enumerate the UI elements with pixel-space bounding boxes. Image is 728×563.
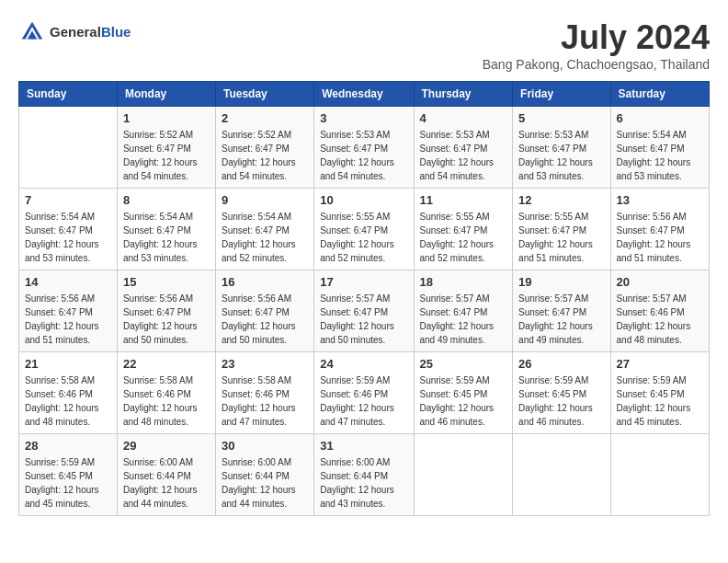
- day-number: 30: [222, 439, 308, 453]
- day-info: Sunrise: 5:54 AM Sunset: 6:47 PM Dayligh…: [25, 210, 111, 265]
- calendar-cell: 12Sunrise: 5:55 AM Sunset: 6:47 PM Dayli…: [513, 189, 610, 270]
- calendar-cell: 23Sunrise: 5:58 AM Sunset: 6:46 PM Dayli…: [215, 352, 313, 434]
- day-info: Sunrise: 5:57 AM Sunset: 6:47 PM Dayligh…: [420, 292, 507, 347]
- day-number: 7: [25, 193, 111, 207]
- calendar-cell: 1Sunrise: 5:52 AM Sunset: 6:47 PM Daylig…: [117, 107, 215, 189]
- day-info: Sunrise: 6:00 AM Sunset: 6:44 PM Dayligh…: [222, 455, 308, 511]
- day-info: Sunrise: 5:59 AM Sunset: 6:45 PM Dayligh…: [25, 455, 111, 511]
- day-number: 25: [420, 357, 507, 371]
- day-number: 21: [25, 357, 111, 371]
- calendar-week-row: 14Sunrise: 5:56 AM Sunset: 6:47 PM Dayli…: [19, 270, 710, 352]
- day-info: Sunrise: 5:59 AM Sunset: 6:45 PM Dayligh…: [617, 373, 703, 429]
- calendar-cell: 11Sunrise: 5:55 AM Sunset: 6:47 PM Dayli…: [414, 189, 513, 270]
- calendar-cell: [513, 434, 610, 516]
- day-number: 18: [420, 275, 507, 289]
- calendar-cell: 31Sunrise: 6:00 AM Sunset: 6:44 PM Dayli…: [314, 434, 414, 516]
- day-info: Sunrise: 5:52 AM Sunset: 6:47 PM Dayligh…: [123, 128, 210, 183]
- day-number: 16: [222, 275, 308, 289]
- day-number: 2: [222, 111, 308, 125]
- header-day-monday: Monday: [117, 82, 215, 107]
- day-number: 9: [222, 193, 308, 207]
- header-day-wednesday: Wednesday: [314, 82, 414, 107]
- logo-icon: [18, 18, 46, 46]
- day-number: 17: [320, 275, 407, 289]
- day-number: 4: [420, 111, 507, 125]
- calendar-cell: 30Sunrise: 6:00 AM Sunset: 6:44 PM Dayli…: [215, 434, 313, 516]
- calendar-body: 1Sunrise: 5:52 AM Sunset: 6:47 PM Daylig…: [19, 107, 710, 516]
- location-subtitle: Bang Pakong, Chachoengsao, Thailand: [483, 57, 710, 72]
- calendar-cell: 16Sunrise: 5:56 AM Sunset: 6:47 PM Dayli…: [215, 270, 313, 352]
- day-info: Sunrise: 5:57 AM Sunset: 6:46 PM Dayligh…: [617, 292, 703, 347]
- calendar-week-row: 7Sunrise: 5:54 AM Sunset: 6:47 PM Daylig…: [19, 189, 710, 270]
- day-number: 13: [617, 193, 703, 207]
- calendar-week-row: 1Sunrise: 5:52 AM Sunset: 6:47 PM Daylig…: [19, 107, 710, 189]
- day-number: 5: [518, 111, 604, 125]
- day-number: 6: [617, 111, 703, 125]
- calendar-cell: 5Sunrise: 5:53 AM Sunset: 6:47 PM Daylig…: [513, 107, 610, 189]
- calendar-cell: 8Sunrise: 5:54 AM Sunset: 6:47 PM Daylig…: [117, 189, 215, 270]
- day-info: Sunrise: 5:53 AM Sunset: 6:47 PM Dayligh…: [320, 128, 407, 183]
- calendar-cell: 26Sunrise: 5:59 AM Sunset: 6:45 PM Dayli…: [513, 352, 610, 434]
- day-number: 14: [25, 275, 111, 289]
- calendar-cell: 19Sunrise: 5:57 AM Sunset: 6:47 PM Dayli…: [513, 270, 610, 352]
- day-number: 10: [320, 193, 407, 207]
- day-number: 20: [617, 275, 703, 289]
- day-info: Sunrise: 5:56 AM Sunset: 6:47 PM Dayligh…: [222, 292, 308, 347]
- day-number: 27: [617, 357, 703, 371]
- day-info: Sunrise: 5:57 AM Sunset: 6:47 PM Dayligh…: [320, 292, 407, 347]
- calendar-cell: 7Sunrise: 5:54 AM Sunset: 6:47 PM Daylig…: [19, 189, 118, 270]
- calendar-header-row: SundayMondayTuesdayWednesdayThursdayFrid…: [19, 82, 710, 107]
- day-number: 22: [123, 357, 210, 371]
- header-day-friday: Friday: [513, 82, 610, 107]
- day-number: 15: [123, 275, 210, 289]
- day-info: Sunrise: 5:55 AM Sunset: 6:47 PM Dayligh…: [320, 210, 407, 265]
- day-info: Sunrise: 5:54 AM Sunset: 6:47 PM Dayligh…: [123, 210, 210, 265]
- day-number: 31: [320, 439, 407, 453]
- day-number: 12: [518, 193, 604, 207]
- day-number: 1: [123, 111, 210, 125]
- day-info: Sunrise: 5:56 AM Sunset: 6:47 PM Dayligh…: [123, 292, 210, 347]
- day-info: Sunrise: 5:54 AM Sunset: 6:47 PM Dayligh…: [617, 128, 703, 183]
- calendar-cell: [414, 434, 513, 516]
- day-info: Sunrise: 5:59 AM Sunset: 6:45 PM Dayligh…: [420, 373, 507, 429]
- day-info: Sunrise: 5:52 AM Sunset: 6:47 PM Dayligh…: [222, 128, 308, 183]
- calendar-cell: [19, 107, 118, 189]
- day-info: Sunrise: 6:00 AM Sunset: 6:44 PM Dayligh…: [320, 455, 407, 511]
- header-day-thursday: Thursday: [414, 82, 513, 107]
- calendar-cell: 25Sunrise: 5:59 AM Sunset: 6:45 PM Dayli…: [414, 352, 513, 434]
- day-info: Sunrise: 5:58 AM Sunset: 6:46 PM Dayligh…: [25, 373, 111, 429]
- header-day-tuesday: Tuesday: [215, 82, 313, 107]
- calendar-cell: 28Sunrise: 5:59 AM Sunset: 6:45 PM Dayli…: [19, 434, 118, 516]
- calendar-cell: 10Sunrise: 5:55 AM Sunset: 6:47 PM Dayli…: [314, 189, 414, 270]
- calendar-cell: 24Sunrise: 5:59 AM Sunset: 6:46 PM Dayli…: [314, 352, 414, 434]
- calendar-cell: 21Sunrise: 5:58 AM Sunset: 6:46 PM Dayli…: [19, 352, 118, 434]
- header-day-sunday: Sunday: [19, 82, 118, 107]
- calendar-cell: 20Sunrise: 5:57 AM Sunset: 6:46 PM Dayli…: [610, 270, 709, 352]
- calendar-table: SundayMondayTuesdayWednesdayThursdayFrid…: [18, 81, 710, 516]
- day-number: 11: [420, 193, 507, 207]
- calendar-week-row: 21Sunrise: 5:58 AM Sunset: 6:46 PM Dayli…: [19, 352, 710, 434]
- day-info: Sunrise: 5:57 AM Sunset: 6:47 PM Dayligh…: [518, 292, 604, 347]
- title-section: July 2024 Bang Pakong, Chachoengsao, Tha…: [483, 18, 710, 72]
- calendar-cell: 2Sunrise: 5:52 AM Sunset: 6:47 PM Daylig…: [215, 107, 313, 189]
- day-number: 28: [25, 439, 111, 453]
- day-info: Sunrise: 5:56 AM Sunset: 6:47 PM Dayligh…: [617, 210, 703, 265]
- calendar-cell: 6Sunrise: 5:54 AM Sunset: 6:47 PM Daylig…: [610, 107, 709, 189]
- day-info: Sunrise: 5:59 AM Sunset: 6:46 PM Dayligh…: [320, 373, 407, 429]
- calendar-cell: 3Sunrise: 5:53 AM Sunset: 6:47 PM Daylig…: [314, 107, 414, 189]
- day-number: 8: [123, 193, 210, 207]
- day-info: Sunrise: 5:53 AM Sunset: 6:47 PM Dayligh…: [420, 128, 507, 183]
- calendar-cell: 22Sunrise: 5:58 AM Sunset: 6:46 PM Dayli…: [117, 352, 215, 434]
- calendar-cell: 14Sunrise: 5:56 AM Sunset: 6:47 PM Dayli…: [19, 270, 118, 352]
- calendar-cell: 27Sunrise: 5:59 AM Sunset: 6:45 PM Dayli…: [610, 352, 709, 434]
- day-number: 29: [123, 439, 210, 453]
- calendar-cell: [610, 434, 709, 516]
- day-info: Sunrise: 5:55 AM Sunset: 6:47 PM Dayligh…: [420, 210, 507, 265]
- calendar-week-row: 28Sunrise: 5:59 AM Sunset: 6:45 PM Dayli…: [19, 434, 710, 516]
- day-info: Sunrise: 5:53 AM Sunset: 6:47 PM Dayligh…: [518, 128, 604, 183]
- day-number: 26: [518, 357, 604, 371]
- calendar-cell: 15Sunrise: 5:56 AM Sunset: 6:47 PM Dayli…: [117, 270, 215, 352]
- month-year-title: July 2024: [483, 18, 710, 57]
- day-info: Sunrise: 5:58 AM Sunset: 6:46 PM Dayligh…: [123, 373, 210, 429]
- calendar-cell: 17Sunrise: 5:57 AM Sunset: 6:47 PM Dayli…: [314, 270, 414, 352]
